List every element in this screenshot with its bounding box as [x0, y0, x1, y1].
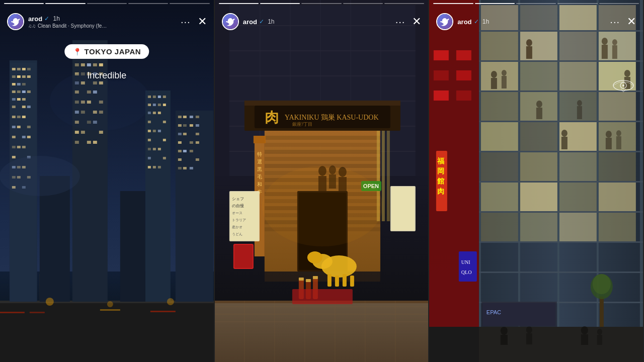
username-panel2: arod	[243, 18, 257, 26]
svg-rect-148	[120, 191, 145, 302]
close-button-panel3[interactable]: ✕	[627, 16, 636, 27]
svg-rect-38	[27, 136, 31, 138]
svg-rect-144	[178, 167, 182, 169]
svg-rect-141	[190, 150, 193, 152]
story-panel-2[interactable]: 肉 YAKINIKU 鶏巣 KASU-UDOK 銀座7丁目 特 選 黒 毛	[215, 0, 430, 362]
svg-rect-340	[459, 251, 477, 282]
svg-text:岡: 岡	[437, 167, 444, 175]
more-options-button-panel3[interactable]: ···	[610, 17, 620, 27]
svg-rect-132	[196, 124, 199, 127]
svg-rect-110	[148, 121, 151, 123]
svg-rect-120	[148, 157, 151, 159]
story-panel-1[interactable]: arod ✓ 1h ♫♫ Clean Bandit · Symphony (fe…	[0, 0, 215, 362]
user-details-panel2: arod ✓ 1h	[243, 18, 275, 26]
story-header-panel2: arod ✓ 1h ··· ✕	[215, 0, 429, 34]
svg-text:毛: 毛	[257, 174, 262, 179]
timestamp-panel2: 1h	[266, 18, 275, 25]
svg-rect-16	[27, 75, 31, 78]
svg-rect-34	[17, 126, 21, 128]
verified-icon-panel1: ✓	[44, 15, 49, 22]
user-info-panel2: arod ✓ 1h	[222, 13, 275, 30]
svg-text:YAKINIKU 鶏巣 KASU-UDOK: YAKINIKU 鶏巣 KASU-UDOK	[285, 114, 379, 121]
svg-rect-207	[387, 131, 390, 221]
svg-text:シェフ: シェフ	[232, 197, 244, 201]
svg-rect-235	[215, 302, 429, 362]
svg-text:銀座7丁目: 銀座7丁目	[292, 122, 313, 127]
svg-rect-145	[183, 167, 187, 169]
svg-rect-198	[254, 136, 266, 143]
svg-text:産かオ: 産かオ	[232, 225, 243, 229]
svg-rect-35	[27, 126, 31, 128]
user-details-panel1: arod ✓ 1h ♫♫ Clean Bandit · Symphony (fe…	[28, 15, 108, 29]
svg-rect-112	[148, 130, 151, 132]
eye-horus-symbol	[611, 78, 636, 97]
svg-point-151	[167, 298, 174, 305]
svg-rect-63	[75, 63, 79, 66]
svg-rect-131	[190, 124, 193, 127]
more-options-button-panel1[interactable]: ···	[181, 17, 191, 27]
svg-rect-234	[234, 245, 253, 268]
svg-rect-117	[148, 148, 151, 150]
svg-rect-109	[158, 112, 161, 114]
svg-rect-101	[158, 96, 161, 98]
svg-rect-105	[158, 104, 161, 106]
close-button-panel1[interactable]: ✕	[198, 16, 207, 27]
svg-rect-118	[153, 148, 156, 150]
svg-rect-119	[158, 148, 161, 150]
svg-rect-102	[163, 96, 166, 98]
svg-rect-94	[75, 141, 79, 144]
more-options-button-panel2[interactable]: ···	[395, 17, 406, 27]
svg-text:肉: 肉	[265, 110, 279, 125]
svg-rect-134	[183, 133, 187, 135]
close-button-panel2[interactable]: ✕	[412, 16, 421, 27]
svg-rect-30	[12, 116, 16, 118]
svg-text:福: 福	[437, 157, 444, 165]
username-panel3: arod	[457, 18, 471, 26]
svg-rect-10	[17, 68, 21, 70]
svg-rect-20	[12, 90, 16, 93]
svg-rect-36	[12, 136, 16, 138]
svg-rect-12	[27, 68, 31, 70]
svg-text:UNI: UNI	[461, 259, 470, 265]
svg-rect-111	[163, 121, 166, 123]
svg-point-149	[46, 298, 54, 306]
svg-rect-130	[183, 124, 187, 127]
avatar-panel2[interactable]	[222, 13, 239, 30]
svg-text:肉: 肉	[437, 188, 444, 195]
svg-rect-18	[17, 83, 21, 85]
location-tag[interactable]: 📍 TOKYO JAPAN	[65, 44, 149, 59]
building-exterior-scene: 福 岡 館 肉 UNI QLO EPAC	[429, 0, 643, 362]
svg-rect-154	[100, 309, 120, 311]
svg-rect-115	[148, 139, 151, 141]
svg-rect-126	[183, 116, 187, 118]
svg-text:特: 特	[257, 151, 262, 157]
svg-rect-31	[17, 116, 21, 118]
verified-icon-panel2: ✓	[259, 18, 264, 25]
story-caption: Incredible	[87, 70, 126, 81]
svg-rect-41	[22, 146, 26, 148]
svg-point-156	[0, 156, 80, 196]
svg-point-254	[262, 166, 383, 246]
svg-rect-162	[229, 50, 416, 51]
svg-rect-125	[178, 116, 182, 118]
svg-rect-127	[190, 116, 193, 118]
avatar-panel1[interactable]	[7, 13, 24, 30]
svg-rect-140	[183, 150, 187, 152]
svg-rect-331	[434, 70, 449, 80]
svg-rect-153	[30, 312, 45, 313]
svg-rect-122	[148, 166, 151, 168]
svg-rect-42	[12, 156, 16, 158]
svg-rect-152	[0, 312, 25, 313]
svg-rect-155	[150, 311, 176, 312]
svg-rect-91	[75, 131, 79, 134]
avatar-panel3[interactable]	[436, 13, 453, 30]
svg-text:トラリア: トラリア	[232, 218, 246, 222]
svg-rect-232	[391, 187, 415, 230]
user-info-panel3: arod ✓ 1h	[436, 13, 489, 30]
svg-rect-64	[81, 63, 85, 66]
svg-rect-142	[178, 158, 182, 161]
story-header-panel3: arod ✓ 1h ··· ✕	[429, 0, 643, 34]
svg-text:館: 館	[437, 177, 444, 185]
header-actions-panel3: ··· ✕	[610, 16, 636, 27]
story-panel-3[interactable]: 福 岡 館 肉 UNI QLO EPAC	[429, 0, 644, 362]
